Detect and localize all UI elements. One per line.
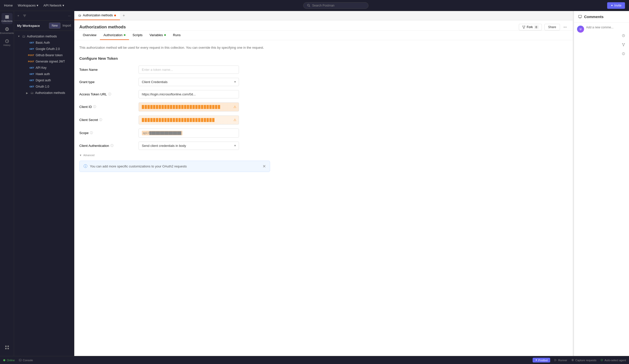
advanced-toggle[interactable]: ▼ Advanced — [79, 154, 568, 157]
client-id-warning-icon: ⚠ — [233, 105, 236, 109]
console-button[interactable]: Console — [19, 359, 33, 362]
comments-icon — [578, 15, 582, 19]
invite-button[interactable]: ✦ Invite — [607, 2, 625, 9]
client-auth-row: Client Authentication ⓘ Send client cred… — [79, 142, 568, 150]
svg-point-27 — [623, 45, 624, 46]
svg-rect-34 — [19, 359, 21, 361]
sidebar-history-icon[interactable]: History — [2, 37, 13, 48]
auto-select-agent[interactable]: Auto-select agent — [600, 359, 626, 362]
grant-type-select[interactable]: Authorization Code Implicit Password Cre… — [139, 78, 239, 86]
environments-icon — [5, 27, 9, 31]
client-id-input-wrapper: ████████████████████████████ ⚠ — [139, 102, 239, 111]
comments-title: Comments — [584, 15, 604, 19]
svg-point-39 — [601, 359, 603, 361]
chevron-down-icon-advanced: ▼ — [79, 154, 82, 157]
postbot-icon: ✦ — [535, 358, 537, 362]
collection-tab-icon: 🗂 — [78, 14, 81, 17]
collection-request-item[interactable]: GETHawk auth — [15, 71, 73, 77]
access-token-url-input[interactable] — [139, 90, 239, 98]
add-collection-button[interactable]: + — [17, 13, 20, 18]
config-section-title: Configure New Token — [79, 56, 568, 60]
collection-request-item[interactable]: GETOAuth 1.0 — [15, 84, 73, 90]
search-bar[interactable]: Search Postman — [303, 2, 368, 9]
sidebar-collections-icon[interactable]: Collections — [2, 13, 13, 24]
grant-type-row: Grant type Authorization Code Implicit P… — [79, 78, 568, 86]
client-id-masked-value: ████████████████████████████ — [142, 105, 221, 109]
info-banner: ⓘ You can add more specific customizatio… — [79, 161, 270, 172]
tab-variables[interactable]: Variables — [146, 31, 169, 40]
home-nav[interactable]: Home — [4, 4, 13, 7]
client-secret-row: Client Secret ⓘ ████████████████████████… — [79, 115, 568, 125]
user-avatar: U — [577, 26, 584, 33]
collection-request-item[interactable]: GETBasic Auth — [15, 40, 73, 46]
tab-runs[interactable]: Runs — [169, 31, 184, 40]
collection-request-item[interactable]: POSTGenerate signed JWT — [15, 58, 73, 65]
client-secret-warning-icon: ⚠ — [233, 118, 236, 122]
sidebar-apps-icon[interactable] — [2, 342, 13, 353]
request-name: Hawk auth — [36, 72, 50, 76]
svg-rect-9 — [5, 346, 6, 347]
collection-root-item[interactable]: ▼ 🗂 Authorization methods — [15, 33, 73, 39]
info-banner-close-button[interactable]: ✕ — [263, 164, 266, 169]
tab-overview[interactable]: Overview — [79, 31, 100, 40]
postbot-button[interactable]: ✦ Postbot — [533, 358, 550, 362]
svg-point-32 — [623, 53, 623, 53]
new-button[interactable]: New — [49, 23, 60, 29]
runner-button[interactable]: Runner — [554, 359, 567, 362]
method-badge: GET — [26, 85, 34, 88]
access-token-info-icon[interactable]: ⓘ — [108, 92, 111, 96]
svg-point-38 — [572, 360, 573, 360]
collection-request-item[interactable]: POSTGithub Bearer token — [15, 52, 73, 58]
tab-authorization[interactable]: Authorization — [100, 31, 129, 40]
method-badge: POST — [26, 60, 34, 63]
svg-point-18 — [523, 28, 524, 29]
client-auth-info-icon[interactable]: ⓘ — [110, 144, 113, 148]
sub-collection-name: Authorization methods — [35, 91, 65, 95]
folder-icon: 🗂 — [22, 34, 25, 38]
comment-input[interactable] — [586, 26, 626, 29]
runner-icon — [554, 359, 557, 361]
git-icon — [622, 43, 625, 46]
tab-modified-dot — [114, 15, 116, 16]
client-secret-masked-value: ██████████████████████████ — [142, 118, 215, 122]
svg-rect-23 — [579, 15, 582, 18]
more-options-panel-button[interactable]: ··· — [67, 13, 72, 18]
active-tab[interactable]: 🗂 Authorization methods — [74, 11, 120, 20]
sidebar-environments-icon[interactable]: Environments — [2, 25, 13, 36]
tab-scripts[interactable]: Scripts — [129, 31, 146, 40]
method-badge: POST — [26, 54, 34, 56]
token-name-row: Token Name — [79, 66, 568, 74]
sub-collection-item[interactable]: ▶ 🗂 Authorization methods — [15, 90, 73, 96]
info-panel-icon[interactable] — [619, 50, 627, 58]
filter-button[interactable] — [22, 13, 27, 18]
token-name-input[interactable] — [139, 66, 239, 74]
more-options-header-button[interactable]: ··· — [562, 24, 568, 30]
capture-requests-button[interactable]: Capture requests — [571, 359, 596, 362]
collection-request-item[interactable]: GETGoogle OAuth 2.0 — [15, 46, 73, 52]
client-auth-select[interactable]: Send client credentials in body Send as … — [139, 142, 239, 150]
authorization-active-dot — [124, 34, 125, 36]
history-panel-icon[interactable] — [619, 32, 627, 40]
fork-button[interactable]: Fork 0 — [519, 24, 542, 30]
share-button[interactable]: Share — [544, 24, 560, 30]
capture-icon — [571, 359, 574, 361]
client-secret-info-icon[interactable]: ⓘ — [99, 118, 102, 122]
workspaces-nav[interactable]: Workspaces ▾ — [18, 4, 38, 7]
client-id-info-icon[interactable]: ⓘ — [93, 105, 96, 109]
import-button[interactable]: Import — [62, 24, 71, 27]
svg-rect-11 — [5, 348, 6, 349]
svg-line-1 — [309, 6, 310, 7]
more-icon: ··· — [68, 14, 71, 18]
collection-request-item[interactable]: GETAPI Key — [15, 65, 73, 71]
client-auth-select-wrapper: Send client credentials in body Send as … — [139, 142, 239, 150]
scope-info-icon[interactable]: ⓘ — [90, 131, 93, 135]
request-name: Generate signed JWT — [36, 60, 65, 63]
add-tab-button[interactable]: + — [120, 11, 127, 20]
console-icon — [19, 359, 22, 361]
history-icon — [5, 39, 9, 43]
sub-folder-icon: 🗂 — [31, 91, 34, 95]
api-network-nav[interactable]: API Network ▾ — [43, 4, 64, 7]
git-panel-icon[interactable] — [619, 41, 627, 49]
collection-request-item[interactable]: GETDigest auth — [15, 77, 73, 83]
svg-rect-10 — [7, 346, 9, 347]
